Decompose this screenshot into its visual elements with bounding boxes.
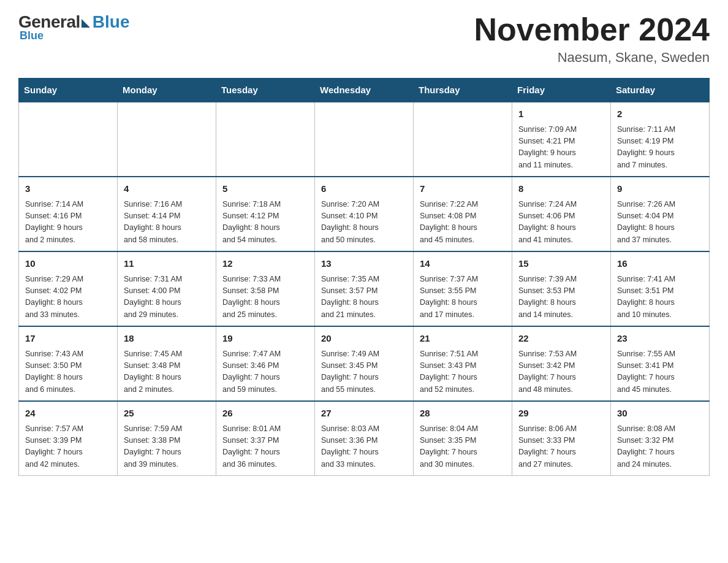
day-number: 12 bbox=[222, 257, 308, 271]
day-info: Sunrise: 7:20 AM Sunset: 4:10 PM Dayligh… bbox=[321, 199, 407, 247]
day-number: 23 bbox=[617, 332, 703, 346]
week-row-3: 10Sunrise: 7:29 AM Sunset: 4:02 PM Dayli… bbox=[19, 251, 710, 326]
day-info: Sunrise: 7:51 AM Sunset: 3:43 PM Dayligh… bbox=[420, 348, 506, 396]
calendar-cell-week2-day5: 8Sunrise: 7:24 AM Sunset: 4:06 PM Daylig… bbox=[512, 177, 611, 251]
day-number: 28 bbox=[420, 407, 506, 421]
calendar-cell-week5-day3: 27Sunrise: 8:03 AM Sunset: 3:36 PM Dayli… bbox=[315, 401, 414, 476]
day-number: 14 bbox=[420, 257, 506, 271]
day-info: Sunrise: 7:24 AM Sunset: 4:06 PM Dayligh… bbox=[518, 199, 604, 247]
day-info: Sunrise: 7:53 AM Sunset: 3:42 PM Dayligh… bbox=[518, 348, 604, 396]
day-number: 4 bbox=[124, 182, 210, 196]
calendar-cell-week4-day4: 21Sunrise: 7:51 AM Sunset: 3:43 PM Dayli… bbox=[414, 326, 512, 401]
calendar-cell-week5-day6: 30Sunrise: 8:08 AM Sunset: 3:32 PM Dayli… bbox=[611, 401, 710, 476]
day-info: Sunrise: 8:03 AM Sunset: 3:36 PM Dayligh… bbox=[321, 423, 407, 471]
day-number: 30 bbox=[617, 407, 703, 421]
logo-bottom-text: Blue bbox=[18, 29, 44, 42]
calendar-table: SundayMondayTuesdayWednesdayThursdayFrid… bbox=[18, 78, 710, 476]
day-info: Sunrise: 7:57 AM Sunset: 3:39 PM Dayligh… bbox=[25, 423, 111, 471]
day-info: Sunrise: 8:01 AM Sunset: 3:37 PM Dayligh… bbox=[222, 423, 308, 471]
day-number: 3 bbox=[25, 182, 111, 196]
day-info: Sunrise: 7:22 AM Sunset: 4:08 PM Dayligh… bbox=[420, 199, 506, 247]
day-info: Sunrise: 7:49 AM Sunset: 3:45 PM Dayligh… bbox=[321, 348, 407, 396]
weekday-header-row: SundayMondayTuesdayWednesdayThursdayFrid… bbox=[19, 79, 710, 102]
calendar-cell-week3-day4: 14Sunrise: 7:37 AM Sunset: 3:55 PM Dayli… bbox=[414, 251, 512, 326]
day-number: 20 bbox=[321, 332, 407, 346]
calendar-cell-week5-day5: 29Sunrise: 8:06 AM Sunset: 3:33 PM Dayli… bbox=[512, 401, 611, 476]
day-info: Sunrise: 7:16 AM Sunset: 4:14 PM Dayligh… bbox=[124, 199, 210, 247]
calendar-cell-week5-day4: 28Sunrise: 8:04 AM Sunset: 3:35 PM Dayli… bbox=[414, 401, 512, 476]
calendar-cell-week2-day1: 4Sunrise: 7:16 AM Sunset: 4:14 PM Daylig… bbox=[118, 177, 216, 251]
day-number: 22 bbox=[518, 332, 604, 346]
day-info: Sunrise: 7:11 AM Sunset: 4:19 PM Dayligh… bbox=[617, 124, 703, 172]
calendar-cell-week1-day2 bbox=[216, 102, 315, 177]
calendar-cell-week5-day0: 24Sunrise: 7:57 AM Sunset: 3:39 PM Dayli… bbox=[19, 401, 118, 476]
day-number: 13 bbox=[321, 257, 407, 271]
week-row-5: 24Sunrise: 7:57 AM Sunset: 3:39 PM Dayli… bbox=[19, 401, 710, 476]
day-info: Sunrise: 7:43 AM Sunset: 3:50 PM Dayligh… bbox=[25, 348, 111, 396]
day-number: 21 bbox=[420, 332, 506, 346]
calendar-cell-week1-day0 bbox=[19, 102, 118, 177]
calendar-cell-week4-day1: 18Sunrise: 7:45 AM Sunset: 3:48 PM Dayli… bbox=[118, 326, 216, 401]
calendar-cell-week4-day5: 22Sunrise: 7:53 AM Sunset: 3:42 PM Dayli… bbox=[512, 326, 611, 401]
day-number: 11 bbox=[124, 257, 210, 271]
day-number: 15 bbox=[518, 257, 604, 271]
calendar-cell-week1-day6: 2Sunrise: 7:11 AM Sunset: 4:19 PM Daylig… bbox=[611, 102, 710, 177]
day-info: Sunrise: 7:45 AM Sunset: 3:48 PM Dayligh… bbox=[124, 348, 210, 396]
weekday-header-wednesday: Wednesday bbox=[315, 79, 414, 102]
day-number: 5 bbox=[222, 182, 308, 196]
calendar-cell-week1-day1 bbox=[118, 102, 216, 177]
calendar-cell-week5-day1: 25Sunrise: 7:59 AM Sunset: 3:38 PM Dayli… bbox=[118, 401, 216, 476]
calendar-cell-week5-day2: 26Sunrise: 8:01 AM Sunset: 3:37 PM Dayli… bbox=[216, 401, 315, 476]
calendar-cell-week3-day5: 15Sunrise: 7:39 AM Sunset: 3:53 PM Dayli… bbox=[512, 251, 611, 326]
day-info: Sunrise: 8:04 AM Sunset: 3:35 PM Dayligh… bbox=[420, 423, 506, 471]
location-title: Naesum, Skane, Sweden bbox=[474, 50, 710, 66]
page-header: General Blue Blue November 2024 Naesum, … bbox=[18, 12, 710, 66]
day-info: Sunrise: 7:31 AM Sunset: 4:00 PM Dayligh… bbox=[124, 274, 210, 321]
day-info: Sunrise: 7:37 AM Sunset: 3:55 PM Dayligh… bbox=[420, 274, 506, 321]
day-number: 19 bbox=[222, 332, 308, 346]
day-number: 7 bbox=[420, 182, 506, 196]
calendar-cell-week3-day1: 11Sunrise: 7:31 AM Sunset: 4:00 PM Dayli… bbox=[118, 251, 216, 326]
day-info: Sunrise: 7:33 AM Sunset: 3:58 PM Dayligh… bbox=[222, 274, 308, 321]
calendar-cell-week1-day3 bbox=[315, 102, 414, 177]
day-info: Sunrise: 7:09 AM Sunset: 4:21 PM Dayligh… bbox=[518, 124, 604, 172]
day-info: Sunrise: 7:35 AM Sunset: 3:57 PM Dayligh… bbox=[321, 274, 407, 321]
calendar-cell-week3-day6: 16Sunrise: 7:41 AM Sunset: 3:51 PM Dayli… bbox=[611, 251, 710, 326]
day-info: Sunrise: 7:47 AM Sunset: 3:46 PM Dayligh… bbox=[222, 348, 308, 396]
day-number: 2 bbox=[617, 107, 703, 121]
day-number: 25 bbox=[124, 407, 210, 421]
day-info: Sunrise: 7:29 AM Sunset: 4:02 PM Dayligh… bbox=[25, 274, 111, 321]
day-number: 29 bbox=[518, 407, 604, 421]
day-number: 17 bbox=[25, 332, 111, 346]
logo-blue-text: Blue bbox=[93, 12, 130, 32]
calendar-cell-week2-day3: 6Sunrise: 7:20 AM Sunset: 4:10 PM Daylig… bbox=[315, 177, 414, 251]
calendar-cell-week3-day2: 12Sunrise: 7:33 AM Sunset: 3:58 PM Dayli… bbox=[216, 251, 315, 326]
calendar-cell-week2-day6: 9Sunrise: 7:26 AM Sunset: 4:04 PM Daylig… bbox=[611, 177, 710, 251]
month-title: November 2024 bbox=[474, 12, 710, 47]
calendar-cell-week4-day6: 23Sunrise: 7:55 AM Sunset: 3:41 PM Dayli… bbox=[611, 326, 710, 401]
day-info: Sunrise: 7:18 AM Sunset: 4:12 PM Dayligh… bbox=[222, 199, 308, 247]
logo: General Blue Blue bbox=[18, 12, 129, 42]
calendar-cell-week2-day2: 5Sunrise: 7:18 AM Sunset: 4:12 PM Daylig… bbox=[216, 177, 315, 251]
day-number: 1 bbox=[518, 107, 604, 121]
week-row-1: 1Sunrise: 7:09 AM Sunset: 4:21 PM Daylig… bbox=[19, 102, 710, 177]
day-info: Sunrise: 8:06 AM Sunset: 3:33 PM Dayligh… bbox=[518, 423, 604, 471]
calendar-cell-week4-day0: 17Sunrise: 7:43 AM Sunset: 3:50 PM Dayli… bbox=[19, 326, 118, 401]
day-info: Sunrise: 7:14 AM Sunset: 4:16 PM Dayligh… bbox=[25, 199, 111, 247]
day-number: 9 bbox=[617, 182, 703, 196]
calendar-cell-week1-day5: 1Sunrise: 7:09 AM Sunset: 4:21 PM Daylig… bbox=[512, 102, 611, 177]
calendar-cell-week4-day2: 19Sunrise: 7:47 AM Sunset: 3:46 PM Dayli… bbox=[216, 326, 315, 401]
weekday-header-monday: Monday bbox=[118, 79, 216, 102]
week-row-2: 3Sunrise: 7:14 AM Sunset: 4:16 PM Daylig… bbox=[19, 177, 710, 251]
day-info: Sunrise: 7:26 AM Sunset: 4:04 PM Dayligh… bbox=[617, 199, 703, 247]
weekday-header-saturday: Saturday bbox=[611, 79, 710, 102]
weekday-header-friday: Friday bbox=[512, 79, 611, 102]
day-number: 16 bbox=[617, 257, 703, 271]
day-info: Sunrise: 7:59 AM Sunset: 3:38 PM Dayligh… bbox=[124, 423, 210, 471]
day-number: 18 bbox=[124, 332, 210, 346]
day-info: Sunrise: 7:39 AM Sunset: 3:53 PM Dayligh… bbox=[518, 274, 604, 321]
day-number: 26 bbox=[222, 407, 308, 421]
weekday-header-tuesday: Tuesday bbox=[216, 79, 315, 102]
weekday-header-sunday: Sunday bbox=[19, 79, 118, 102]
day-info: Sunrise: 7:55 AM Sunset: 3:41 PM Dayligh… bbox=[617, 348, 703, 396]
